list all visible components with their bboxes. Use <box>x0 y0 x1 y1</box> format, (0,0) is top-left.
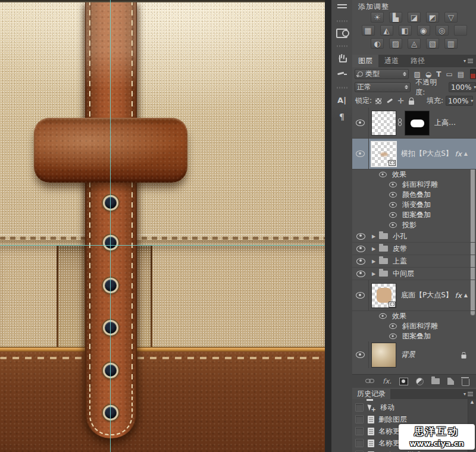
effect-row[interactable]: 投影 <box>352 220 476 230</box>
visibility-eye-icon[interactable] <box>356 258 365 265</box>
canvas[interactable] <box>0 0 325 452</box>
guide-horizontal[interactable] <box>0 245 325 246</box>
layer-mask-thumbnail[interactable] <box>405 111 430 136</box>
tab-图层[interactable]: 图层 <box>352 55 378 67</box>
new-adjustment-layer-button[interactable] <box>416 378 424 385</box>
fx-badge[interactable]: fx <box>455 150 464 158</box>
visibility-eye-icon[interactable] <box>389 324 397 329</box>
threshold-icon[interactable]: ◬ <box>408 38 421 49</box>
visibility-eye-icon[interactable] <box>389 222 397 228</box>
exposure-icon[interactable]: ◩ <box>426 12 439 23</box>
visibility-eye-icon[interactable] <box>356 351 365 358</box>
color-balance-icon[interactable]: ◭ <box>380 25 393 36</box>
lock-image-pixels-icon[interactable] <box>386 98 393 104</box>
effects-header-row[interactable]: 效果 <box>352 311 476 321</box>
vibrance-icon[interactable]: ▽ <box>444 12 458 23</box>
disclosure-triangle-icon[interactable]: ▶ <box>372 271 378 277</box>
layer-thumbnail[interactable] <box>371 283 396 308</box>
layer-name[interactable]: 底面【P大点S】 <box>401 290 453 300</box>
layer-name[interactable]: 上高… <box>434 118 456 128</box>
visibility-eye-icon[interactable] <box>356 271 365 277</box>
effect-row[interactable]: 颜色叠加 <box>352 190 476 200</box>
collapse-effects-icon[interactable]: ▲ <box>464 151 476 156</box>
visibility-eye-icon[interactable] <box>389 202 397 208</box>
disclosure-triangle-icon[interactable]: ▶ <box>372 259 378 264</box>
effect-row[interactable]: 斜面和浮雕 <box>352 180 476 190</box>
photo-filter-icon[interactable]: ◉ <box>417 25 430 36</box>
lock-all-icon[interactable] <box>409 101 414 105</box>
paragraph-panel-icon[interactable]: ¶ <box>335 110 349 123</box>
fill-input[interactable]: 100% ▾ <box>446 96 473 106</box>
visibility-eye-icon[interactable] <box>389 192 397 197</box>
collapse-effects-icon[interactable]: ▲ <box>464 293 476 298</box>
filter-kind-dropdown[interactable]: 类型 <box>355 69 409 79</box>
layer-row[interactable]: 上高… <box>352 108 476 139</box>
history-source-well[interactable] <box>355 439 364 447</box>
visibility-eye-icon[interactable] <box>356 233 365 240</box>
brush-panel-icon[interactable] <box>335 68 349 81</box>
history-source-well[interactable] <box>355 415 364 423</box>
group-row[interactable]: ▶小孔 <box>352 230 476 243</box>
layers-panel-menu-button[interactable]: ▾ <box>464 55 476 67</box>
link-layers-button[interactable] <box>365 379 375 384</box>
black-white-icon[interactable]: ◧ <box>399 25 412 36</box>
effect-row[interactable]: 图案叠加 <box>352 331 476 341</box>
color-lookup-icon[interactable] <box>454 25 467 36</box>
effect-row[interactable]: 渐变叠加 <box>352 200 476 210</box>
fx-badge[interactable]: fx <box>455 291 464 300</box>
visibility-eye-icon[interactable] <box>389 212 397 218</box>
levels-icon[interactable]: ▙ <box>389 12 402 23</box>
blend-mode-dropdown[interactable]: 正常 <box>355 82 411 92</box>
group-name[interactable]: 小孔 <box>393 231 407 241</box>
shape-layer-filter-icon[interactable]: ▭ <box>446 70 452 79</box>
effects-header-row[interactable]: 效果 <box>352 170 476 180</box>
brush-presets-panel-icon[interactable] <box>335 52 349 65</box>
selective-color-icon[interactable]: ▧ <box>426 38 439 49</box>
visibility-eye-icon[interactable] <box>389 334 397 339</box>
gradient-map-icon[interactable]: ▥ <box>444 38 458 49</box>
character-panel-icon[interactable]: A| <box>335 93 349 106</box>
history-source-well[interactable] <box>355 403 364 412</box>
visibility-eye-icon[interactable] <box>356 150 365 157</box>
layer-style-fx-button[interactable]: fx. <box>383 377 392 385</box>
opacity-input[interactable]: 100% ▾ <box>449 82 476 92</box>
layer-row-background[interactable]: 背景 <box>352 341 476 368</box>
new-group-button[interactable] <box>431 378 440 384</box>
group-name[interactable]: 上盖 <box>393 256 407 266</box>
properties-panel-icon[interactable] <box>335 2 349 15</box>
layer-thumbnail[interactable] <box>371 343 396 368</box>
posterize-icon[interactable]: ▨ <box>389 38 402 49</box>
disclosure-triangle-icon[interactable]: ▶ <box>372 246 378 252</box>
layer-name[interactable]: 背景 <box>401 350 415 360</box>
curves-icon[interactable]: ◪ <box>408 12 421 23</box>
lock-position-icon[interactable]: ✛ <box>397 98 404 104</box>
history-source-well[interactable] <box>355 427 364 435</box>
brightness-contrast-icon[interactable]: ☀ <box>371 12 384 23</box>
group-row[interactable]: ▶上盖 <box>352 255 476 268</box>
visibility-eye-icon[interactable] <box>379 172 387 177</box>
hue-saturation-icon[interactable]: ▦ <box>362 25 375 36</box>
layer-thumbnail[interactable] <box>371 111 396 136</box>
delete-layer-button[interactable] <box>462 377 469 386</box>
history-tab[interactable]: 历史记录 <box>352 389 390 399</box>
visibility-eye-icon[interactable] <box>379 313 387 319</box>
layer-row[interactable]: 横扣【P大点S】fx▲ <box>352 139 476 170</box>
layer-row[interactable]: 底面【P大点S】fx▲ <box>352 280 476 311</box>
lock-transparent-pixels-icon[interactable] <box>375 98 381 104</box>
layer-name[interactable]: 横扣【P大点S】 <box>401 149 453 159</box>
history-item[interactable]: 移动 <box>352 401 476 413</box>
effect-row[interactable]: 图案叠加 <box>352 210 476 220</box>
mask-link-icon[interactable] <box>397 118 402 127</box>
group-name[interactable]: 皮带 <box>393 244 407 254</box>
tab-通道[interactable]: 通道 <box>378 55 405 67</box>
history-panel-menu-button[interactable]: ▾ <box>464 389 476 399</box>
disclosure-triangle-icon[interactable]: ▶ <box>372 234 378 239</box>
group-row[interactable]: ▶中间层 <box>352 268 476 280</box>
add-layer-mask-button[interactable] <box>399 378 408 385</box>
group-name[interactable]: 中间层 <box>393 269 414 279</box>
history-item[interactable]: 删除图层 <box>352 413 476 425</box>
group-row[interactable]: ▶皮带 <box>352 243 476 255</box>
visibility-eye-icon[interactable] <box>356 120 365 126</box>
new-layer-button[interactable] <box>447 378 454 385</box>
smart-object-filter-icon[interactable]: ▤ <box>458 70 464 79</box>
